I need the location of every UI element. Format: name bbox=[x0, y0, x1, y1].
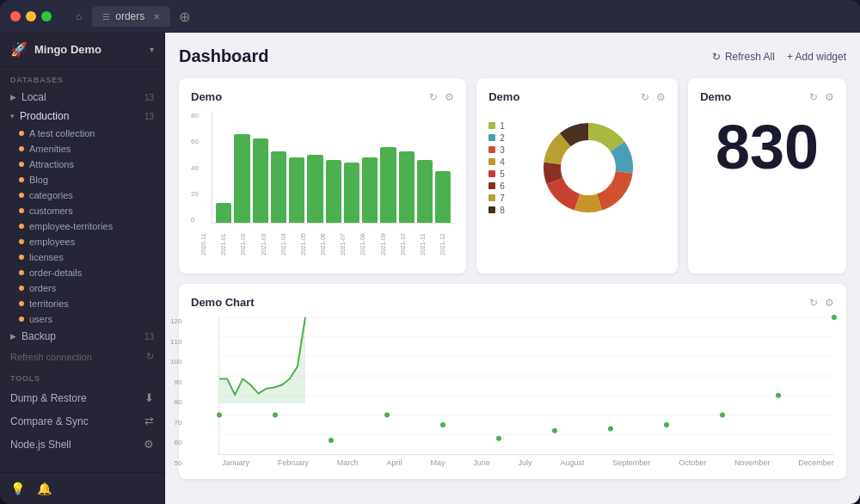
chevron-down-icon[interactable]: ▾ bbox=[150, 45, 154, 54]
sidebar-item-local[interactable]: ▶ Local 13 bbox=[0, 88, 164, 107]
bar-chart-widget: Demo ↻ ⚙ 80 60 40 20 bbox=[179, 78, 466, 274]
bar-item bbox=[326, 160, 341, 223]
sidebar-item-backup[interactable]: ▶ Backup 13 bbox=[0, 327, 164, 346]
line-svg bbox=[219, 317, 834, 454]
x-axis-labels: 2020-112021-012021-022021-032021-042021-… bbox=[191, 225, 454, 261]
refresh-all-button[interactable]: ↻ Refresh All bbox=[712, 51, 775, 63]
sidebar-item-customers[interactable]: customers bbox=[0, 203, 164, 218]
add-widget-button[interactable]: + Add widget bbox=[787, 51, 846, 63]
maximize-button[interactable] bbox=[41, 11, 52, 22]
collection-dot bbox=[19, 286, 24, 291]
collection-dot bbox=[19, 146, 24, 151]
minimize-button[interactable] bbox=[26, 11, 36, 22]
collection-label: order-details bbox=[29, 267, 82, 278]
legend-label: 2 bbox=[500, 133, 505, 143]
home-icon[interactable]: ⌂ bbox=[69, 10, 89, 22]
sidebar-item-territories[interactable]: territories bbox=[0, 296, 164, 311]
bar-chart-refresh-button[interactable]: ↻ bbox=[429, 91, 438, 103]
collection-dot bbox=[19, 162, 24, 167]
sidebar-item-order-details[interactable]: order-details bbox=[0, 265, 164, 280]
bar-item bbox=[289, 157, 304, 223]
compare-sync-tool[interactable]: Compare & Sync ⇄ bbox=[0, 409, 164, 433]
app-window: ⌂ ☰ orders ✕ ⊕ 🚀 Mingo Demo ▾ DATABASES bbox=[0, 0, 860, 504]
line-x-labels: JanuaryFebruaryMarchAprilMayJuneJulyAugu… bbox=[222, 458, 834, 467]
nodejs-shell-label: Node.js Shell bbox=[10, 439, 71, 451]
dump-restore-tool[interactable]: Dump & Restore ⬇ bbox=[0, 386, 164, 409]
donut-chart-settings-button[interactable]: ⚙ bbox=[656, 91, 666, 103]
refresh-icon[interactable]: ↻ bbox=[146, 351, 154, 362]
x-label: 2021-12 bbox=[433, 227, 451, 261]
line-x-label: March bbox=[337, 458, 359, 467]
sidebar-footer: 💡 🔔 bbox=[0, 472, 164, 504]
line-chart-settings-button[interactable]: ⚙ bbox=[825, 297, 834, 309]
x-label: 2021-11 bbox=[414, 227, 431, 261]
sidebar-item-amenities[interactable]: Amenities bbox=[0, 141, 164, 157]
db-production-count: 13 bbox=[144, 112, 154, 121]
sidebar-item-licenses[interactable]: licenses bbox=[0, 249, 164, 265]
collection-label: orders bbox=[29, 283, 56, 293]
refresh-all-label: Refresh All bbox=[725, 51, 775, 63]
db-local-label: Local bbox=[22, 91, 46, 103]
traffic-lights bbox=[10, 11, 52, 22]
lightbulb-icon[interactable]: 💡 bbox=[10, 482, 25, 495]
collection-label: employee-territories bbox=[29, 221, 113, 231]
refresh-connection-label[interactable]: Refresh connection bbox=[10, 352, 92, 362]
bar-chart: 80 60 40 20 0 2020-112021-012021-022021-… bbox=[191, 112, 454, 261]
donut-chart-refresh-button[interactable]: ↻ bbox=[641, 91, 649, 103]
legend-item: 4 bbox=[488, 157, 505, 167]
big-number-title: Demo bbox=[700, 90, 731, 103]
collection-dot bbox=[19, 270, 24, 275]
chevron-right-icon: ▶ bbox=[10, 332, 16, 341]
sidebar-item-employees[interactable]: employees bbox=[0, 234, 164, 249]
page-title: Dashboard bbox=[179, 46, 268, 66]
collection-label: licenses bbox=[29, 252, 64, 262]
big-number-settings-button[interactable]: ⚙ bbox=[825, 91, 834, 103]
legend-item: 6 bbox=[488, 181, 505, 191]
orders-tab[interactable]: ☰ orders ✕ bbox=[92, 6, 170, 27]
line-point bbox=[217, 413, 222, 418]
legend-dot bbox=[488, 170, 495, 177]
refresh-connection: Refresh connection ↻ bbox=[0, 346, 164, 367]
collection-label: Attractions bbox=[29, 159, 74, 169]
collection-label: Amenities bbox=[29, 144, 71, 154]
sidebar-item-users[interactable]: users bbox=[0, 311, 164, 327]
add-widget-label: + Add widget bbox=[787, 51, 846, 63]
sidebar-item-a-test-collection[interactable]: A test collection bbox=[0, 126, 164, 141]
legend-label: 8 bbox=[500, 206, 505, 215]
add-tab-button[interactable]: ⊕ bbox=[174, 9, 195, 25]
legend-dot bbox=[488, 134, 495, 141]
bar-item bbox=[435, 171, 451, 224]
donut-segment bbox=[546, 178, 579, 211]
line-x-label: December bbox=[798, 458, 834, 467]
tab-icon: ☰ bbox=[102, 12, 110, 22]
tab-close-icon[interactable]: ✕ bbox=[153, 12, 160, 22]
sidebar-item-categories[interactable]: categories bbox=[0, 187, 164, 203]
close-button[interactable] bbox=[10, 11, 21, 22]
line-point bbox=[552, 428, 557, 433]
line-chart-refresh-button[interactable]: ↻ bbox=[809, 297, 818, 309]
legend-label: 5 bbox=[500, 169, 505, 179]
line-x-label: February bbox=[278, 458, 309, 467]
widget-actions: ↻ ⚙ bbox=[429, 91, 454, 103]
header-actions: ↻ Refresh All + Add widget bbox=[712, 51, 846, 63]
sidebar-item-employee-territories[interactable]: employee-territories bbox=[0, 218, 164, 234]
big-number-widget: Demo ↻ ⚙ 830 bbox=[688, 78, 846, 274]
sidebar-item-production[interactable]: ▾ Production 13 bbox=[0, 107, 164, 126]
legend-label: 1 bbox=[500, 121, 505, 131]
sidebar-item-blog[interactable]: Blog bbox=[0, 172, 164, 187]
line-chart-area bbox=[218, 317, 834, 455]
bar-chart-settings-button[interactable]: ⚙ bbox=[445, 91, 454, 103]
bar-item bbox=[399, 151, 415, 223]
chevron-right-icon: ▶ bbox=[10, 93, 16, 101]
nodejs-shell-tool[interactable]: Node.js Shell ⚙ bbox=[0, 433, 164, 456]
sidebar-item-attractions[interactable]: Attractions bbox=[0, 157, 164, 172]
big-number-refresh-button[interactable]: ↻ bbox=[809, 91, 818, 103]
bar-item bbox=[253, 138, 268, 223]
content-header: Dashboard ↻ Refresh All + Add widget bbox=[179, 46, 846, 66]
legend-label: 3 bbox=[500, 145, 505, 155]
line-point bbox=[496, 436, 501, 441]
bell-icon[interactable]: 🔔 bbox=[37, 482, 52, 495]
download-icon: ⬇ bbox=[144, 391, 154, 404]
sidebar-item-orders[interactable]: orders bbox=[0, 280, 164, 296]
collection-dot bbox=[19, 317, 24, 322]
